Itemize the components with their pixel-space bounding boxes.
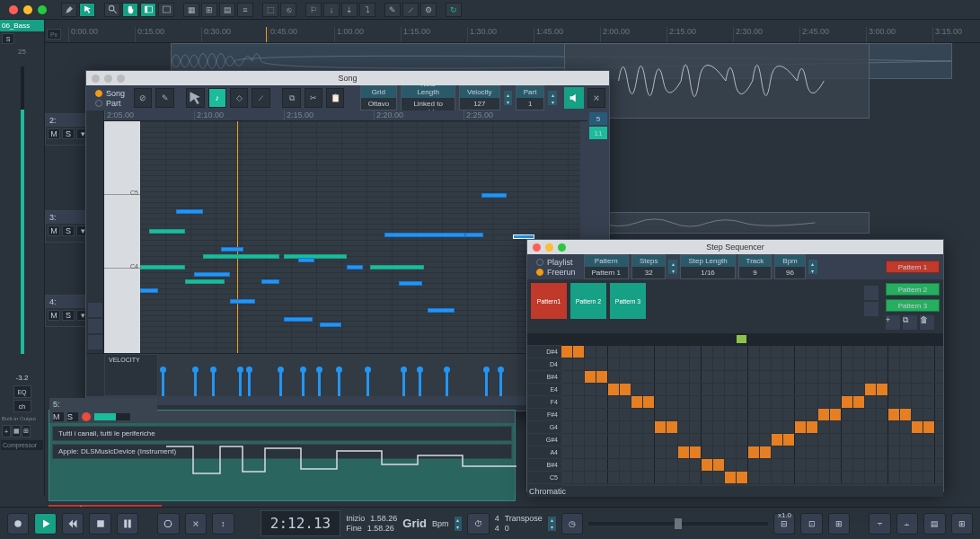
step-cell[interactable]: [678, 459, 690, 471]
step-cell[interactable]: [678, 346, 690, 358]
song-cut[interactable]: ⟋: [252, 88, 269, 108]
step-cell[interactable]: [702, 358, 713, 370]
step-cell[interactable]: [923, 459, 935, 471]
step-cell[interactable]: [853, 421, 865, 433]
step-cell[interactable]: [655, 358, 667, 370]
step-note[interactable]: B#4: [527, 371, 561, 384]
step-cell[interactable]: [643, 396, 655, 408]
ch-x[interactable]: ⊞: [22, 425, 31, 437]
step-cell[interactable]: [573, 384, 585, 395]
step-note[interactable]: A4: [527, 446, 561, 459]
step-cell[interactable]: [585, 434, 596, 446]
step-cell[interactable]: [877, 396, 888, 408]
step-cell[interactable]: [748, 358, 760, 370]
step-cell[interactable]: [573, 346, 585, 358]
piano-roll-grid[interactable]: [140, 121, 580, 353]
velocity-stepper[interactable]: ▴▾: [504, 91, 512, 105]
step-cell[interactable]: [585, 472, 596, 483]
end-3[interactable]: ▤: [923, 513, 945, 535]
pattern-box-2[interactable]: Pattern 2: [570, 283, 606, 319]
pr-channel-5[interactable]: 5: [589, 112, 607, 125]
pattern-box-3[interactable]: Pattern 3: [610, 283, 646, 319]
track-mute[interactable]: M: [48, 310, 60, 321]
step-cell[interactable]: [620, 346, 631, 358]
step-cell[interactable]: [900, 459, 912, 471]
step-cell[interactable]: [643, 434, 655, 446]
step-cell[interactable]: [842, 396, 853, 408]
mode-part[interactable]: Part: [95, 99, 125, 108]
song-audio-btn[interactable]: [564, 87, 584, 109]
track-mute[interactable]: M: [48, 225, 60, 236]
step-cell[interactable]: [643, 446, 655, 458]
step-cell[interactable]: [912, 409, 923, 420]
step-cell[interactable]: [713, 409, 725, 420]
panel-1[interactable]: [140, 3, 156, 17]
zoom-fit[interactable]: ⊡: [800, 513, 822, 535]
step-cell[interactable]: [561, 434, 573, 446]
step-cell[interactable]: [678, 434, 690, 446]
step-cell[interactable]: [772, 346, 783, 358]
step-cell[interactable]: [725, 409, 737, 420]
step-cell[interactable]: [818, 358, 830, 370]
step-cell[interactable]: [620, 446, 631, 458]
seq-pattern[interactable]: Pattern 1: [585, 267, 628, 278]
step-cell[interactable]: [888, 346, 900, 358]
step-cell[interactable]: [702, 371, 713, 383]
step-cell[interactable]: [690, 434, 702, 446]
end-2[interactable]: ⫠: [896, 513, 918, 535]
step-cell[interactable]: [573, 409, 585, 420]
step-cell[interactable]: [643, 346, 655, 358]
ruler-px[interactable]: Px: [47, 29, 61, 40]
step-cell[interactable]: [655, 446, 667, 458]
step-cell[interactable]: [561, 396, 573, 408]
step-cell[interactable]: [667, 446, 678, 458]
zoom-slider[interactable]: [588, 522, 768, 526]
metronome-icon[interactable]: ⏱: [467, 513, 489, 535]
step-cell[interactable]: [900, 396, 912, 408]
step-cell[interactable]: [807, 409, 818, 420]
pr-channel-11[interactable]: 11: [589, 127, 607, 139]
step-note[interactable]: F#4: [527, 409, 561, 421]
step-cell[interactable]: [702, 421, 713, 433]
step-cell[interactable]: [807, 384, 818, 395]
step-cell[interactable]: [912, 371, 923, 383]
step-cell[interactable]: [900, 371, 912, 383]
end-4[interactable]: ⊞: [951, 513, 973, 535]
step-cell[interactable]: [608, 346, 620, 358]
step-cell[interactable]: [807, 421, 818, 433]
step-cell[interactable]: [830, 346, 842, 358]
step-cell[interactable]: [923, 358, 935, 370]
song-paste[interactable]: 📋: [326, 88, 344, 108]
step-cell[interactable]: [631, 472, 643, 483]
step-cell[interactable]: [888, 421, 900, 433]
channel-ch[interactable]: ch: [13, 400, 31, 412]
step-cell[interactable]: [818, 459, 830, 471]
step-cell[interactable]: [620, 396, 631, 408]
step-cell[interactable]: [795, 384, 807, 395]
step-cell[interactable]: [631, 384, 643, 395]
step-cell[interactable]: [643, 459, 655, 471]
settings-icon[interactable]: ⚙: [420, 3, 437, 17]
step-cell[interactable]: [702, 434, 713, 446]
step-cell[interactable]: [643, 358, 655, 370]
step-cell[interactable]: [690, 346, 702, 358]
pattern-list-2[interactable]: Pattern 2: [886, 283, 940, 296]
step-cell[interactable]: [748, 421, 760, 433]
audio-clip-3[interactable]: [564, 212, 870, 234]
song-max[interactable]: [117, 75, 125, 83]
seq-close[interactable]: [533, 243, 541, 252]
step-cell[interactable]: [573, 434, 585, 446]
step-cell[interactable]: [760, 409, 772, 420]
step-note[interactable]: D4: [527, 358, 561, 371]
step-cell[interactable]: [620, 358, 631, 370]
step-cell[interactable]: [818, 472, 830, 483]
step-cell[interactable]: [737, 358, 748, 370]
seq-steps[interactable]: 32: [632, 267, 665, 278]
step-cell[interactable]: [830, 421, 842, 433]
step-cell[interactable]: [608, 472, 620, 483]
ch-add[interactable]: +: [2, 425, 11, 437]
step-note[interactable]: C5: [527, 472, 561, 484]
step-cell[interactable]: [596, 396, 608, 408]
step-cell[interactable]: [631, 446, 643, 458]
step-cell[interactable]: [667, 459, 678, 471]
